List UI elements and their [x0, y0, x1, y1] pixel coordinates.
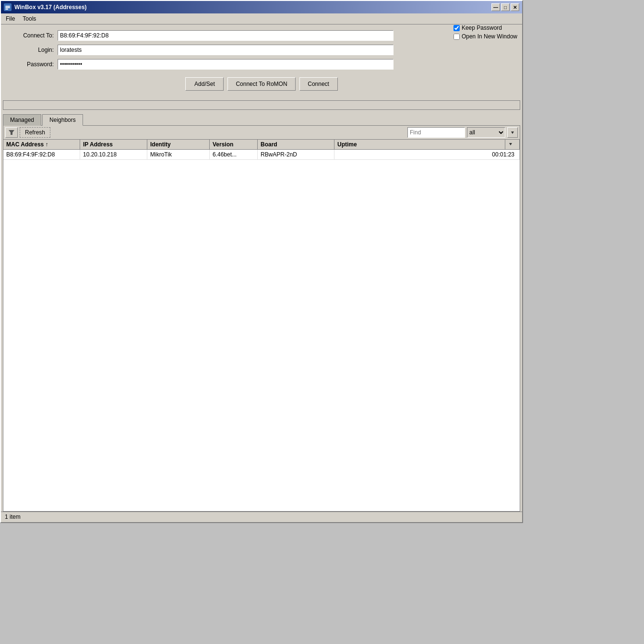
password-label: Password: — [11, 61, 54, 68]
keep-password-row: Keep Password — [453, 24, 517, 31]
minimize-button[interactable]: — — [491, 3, 500, 11]
connect-button[interactable]: Connect — [299, 77, 338, 91]
button-row: Add/Set Connect To RoMON Connect — [11, 73, 513, 93]
col-header-board[interactable]: Board — [258, 140, 334, 149]
svg-marker-6 — [509, 143, 512, 145]
col-header-extra — [505, 140, 520, 149]
window-title: WinBox v3.17 (Addresses) — [14, 4, 87, 11]
connection-area: Connect To: Login: Password: Keep Passwo… — [1, 24, 522, 98]
find-select[interactable]: all mac ip identity — [467, 127, 505, 138]
status-bar: 1 item — [1, 512, 522, 522]
svg-rect-1 — [5, 6, 10, 7]
table-header: MAC Address ↑ IP Address Identity Versio… — [3, 140, 520, 150]
col-header-identity[interactable]: Identity — [147, 140, 210, 149]
keep-password-label: Keep Password — [462, 24, 502, 31]
open-new-window-checkbox[interactable] — [453, 34, 460, 40]
refresh-button[interactable]: Refresh — [20, 127, 50, 138]
menu-tools[interactable]: Tools — [20, 14, 39, 23]
connect-to-row: Connect To: — [11, 30, 513, 41]
svg-marker-5 — [511, 131, 514, 134]
title-bar-left: WinBox v3.17 (Addresses) — [4, 3, 87, 11]
login-row: Login: — [11, 45, 513, 55]
keep-password-checkbox[interactable] — [453, 25, 460, 31]
svg-rect-3 — [5, 9, 8, 10]
title-buttons: — □ ✕ — [491, 3, 519, 11]
close-button[interactable]: ✕ — [511, 3, 519, 11]
login-label: Login: — [11, 47, 54, 53]
cell-board: RBwAPR-2nD — [258, 150, 334, 159]
sort-indicator: ↑ — [46, 141, 48, 148]
tabs-row: Managed Neighbors — [3, 114, 520, 125]
connect-romon-button[interactable]: Connect To RoMON — [227, 77, 295, 91]
table-toolbar: Refresh all mac ip identity — [3, 126, 520, 140]
status-text: 1 item — [5, 513, 21, 520]
find-input[interactable] — [407, 127, 465, 138]
tab-managed[interactable]: Managed — [3, 114, 41, 126]
cell-version: 6.46bet... — [210, 150, 258, 159]
right-options: Keep Password Open In New Window — [453, 24, 517, 40]
tabs-area: Managed Neighbors — [1, 112, 522, 125]
cell-mac: B8:69:F4:9F:92:D8 — [3, 150, 80, 159]
cell-ip: 10.20.10.218 — [80, 150, 147, 159]
cell-uptime: 00:01:23 — [334, 150, 520, 159]
svg-rect-2 — [5, 7, 10, 8]
col-header-mac[interactable]: MAC Address ↑ — [3, 140, 80, 149]
col-header-ip[interactable]: IP Address — [80, 140, 147, 149]
app-icon — [4, 3, 12, 11]
filter-icon — [8, 129, 15, 136]
password-row: Password: — [11, 59, 513, 70]
open-new-window-row: Open In New Window — [453, 33, 517, 40]
maximize-button[interactable]: □ — [501, 3, 510, 11]
password-input[interactable] — [58, 59, 394, 70]
menu-file[interactable]: File — [3, 14, 18, 23]
svg-marker-4 — [9, 130, 14, 135]
filter-button[interactable] — [5, 127, 18, 138]
connect-to-input[interactable] — [58, 30, 394, 41]
col-header-uptime[interactable]: Uptime — [334, 140, 505, 149]
dropdown-icon — [510, 130, 515, 135]
login-input[interactable] — [58, 45, 394, 55]
col-menu-icon — [508, 142, 513, 146]
add-set-button[interactable]: Add/Set — [185, 77, 224, 91]
title-bar: WinBox v3.17 (Addresses) — □ ✕ — [1, 1, 522, 13]
connect-to-label: Connect To: — [11, 32, 54, 39]
table-body: B8:69:F4:9F:92:D8 10.20.10.218 MikroTik … — [3, 150, 520, 511]
table-area: Refresh all mac ip identity MAC Address … — [3, 125, 520, 512]
progress-bar — [3, 100, 520, 110]
menu-bar: File Tools — [1, 13, 522, 24]
open-new-window-label: Open In New Window — [462, 33, 517, 40]
tab-neighbors[interactable]: Neighbors — [42, 114, 83, 126]
cell-identity: MikroTik — [147, 150, 210, 159]
table-row[interactable]: B8:69:F4:9F:92:D8 10.20.10.218 MikroTik … — [3, 150, 520, 160]
find-filter-button[interactable] — [507, 127, 518, 138]
main-window: WinBox v3.17 (Addresses) — □ ✕ File Tool… — [0, 0, 523, 523]
col-header-version[interactable]: Version — [210, 140, 258, 149]
